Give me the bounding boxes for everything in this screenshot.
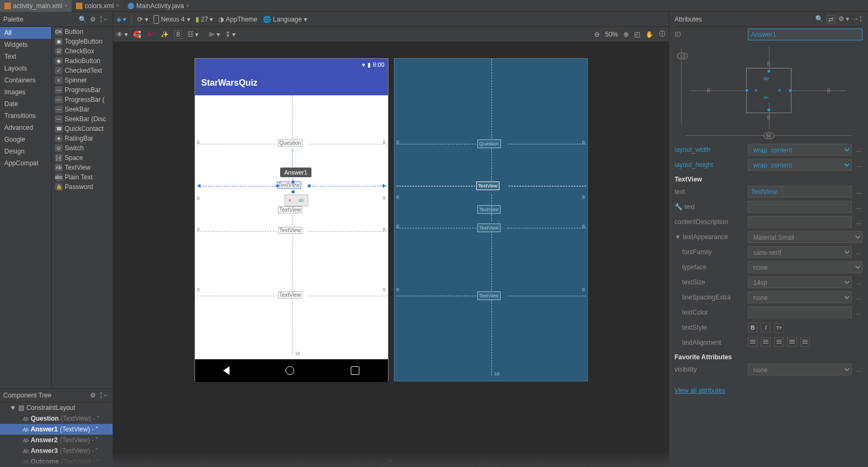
palette-category-layouts[interactable]: Layouts (0, 62, 51, 74)
palette-widget[interactable]: —SeekBar (52, 104, 113, 114)
bp-answer1[interactable]: TextView (476, 182, 500, 190)
palette-widget[interactable]: abcPlain Text (52, 172, 113, 182)
widget-outcome[interactable]: TextView (278, 291, 303, 298)
widget-question[interactable]: Question (278, 140, 303, 147)
attr-font-family[interactable]: sans-serif (748, 246, 852, 258)
palette-category-containers[interactable]: Containers (0, 74, 51, 86)
gear-icon[interactable]: ⚙ ▾ (838, 15, 849, 24)
attr-id-input[interactable] (748, 29, 863, 40)
palette-category-advanced[interactable]: Advanced (0, 122, 51, 134)
more-icon[interactable]: … (855, 309, 863, 316)
palette-widget[interactable]: ≡Spinner (52, 75, 113, 85)
palette-category-widgets[interactable]: Widgets (0, 39, 51, 51)
attr-visibility[interactable]: none (748, 364, 852, 375)
collapse-icon[interactable]: ╎← (99, 392, 109, 399)
zoom-out-icon[interactable]: ⊖ (594, 31, 600, 38)
align-icon[interactable]: ⊫ ▾ (209, 31, 219, 38)
tab-colors[interactable]: colors.xml × (72, 0, 123, 12)
bp-outcome[interactable]: TextView (477, 291, 501, 300)
orientation-toggle[interactable]: ⟳ ▾ (137, 16, 148, 23)
api-picker[interactable]: ▮27 ▾ (196, 16, 213, 23)
vbias-value[interactable]: 13 (677, 53, 688, 59)
palette-widget[interactable]: OKButton (52, 27, 113, 37)
more-icon[interactable]: … (855, 218, 863, 226)
collapse-icon[interactable]: ╎← (99, 16, 109, 23)
tree-root[interactable]: ▼ ▨ ConstraintLayout (0, 402, 113, 413)
attr-tool-text-input[interactable] (748, 201, 852, 213)
hbias-value[interactable]: 50 (763, 133, 774, 139)
palette-widget[interactable]: ◉RadioButton (52, 56, 113, 66)
attr-content-description[interactable] (748, 216, 852, 228)
constraint-top[interactable]: 8 (767, 60, 770, 67)
attr-layout-width[interactable]: wrap_content (748, 144, 852, 156)
constraint-bottom[interactable]: 8 (767, 114, 770, 121)
more-icon[interactable]: … (855, 203, 863, 211)
widget-answer1[interactable]: TextView (277, 182, 302, 189)
tab-activity-main[interactable]: activity_main.xml × (0, 0, 72, 12)
warnings-icon[interactable]: ⓘ (659, 30, 665, 39)
palette-category-text[interactable]: Text (0, 51, 51, 62)
more-icon[interactable]: … (855, 146, 863, 154)
gear-icon[interactable]: ⚙ (90, 392, 96, 399)
attr-line-spacing[interactable]: none (748, 291, 852, 303)
visibility-icon[interactable]: 👁 ▾ (116, 31, 128, 38)
attr-ta-label[interactable]: ▼ textAppearance (675, 233, 745, 241)
palette-category-transitions[interactable]: Transitions (0, 110, 51, 122)
more-icon[interactable]: … (855, 248, 863, 256)
attr-text-input[interactable] (748, 186, 852, 198)
attr-text-color[interactable] (748, 306, 852, 318)
design-surface[interactable]: ▾ ▮ 8:00 StarWarsQuiz 16 Question (195, 58, 388, 381)
clear-constraints-icon[interactable]: ✕⁺ (147, 31, 155, 38)
pack-icon[interactable]: ☷ ▾ (188, 31, 198, 38)
attr-typeface[interactable]: none (748, 261, 863, 273)
widget-answer2[interactable]: TextView (278, 206, 303, 213)
palette-widget[interactable]: —SeekBar (Disc (52, 114, 113, 124)
palette-widget[interactable]: ✓CheckedText (52, 66, 113, 75)
tree-item-question[interactable]: Ab Question (TextView) - " (0, 413, 113, 424)
palette-widget[interactable]: —ProgressBar ( (52, 95, 113, 104)
infer-constraints-icon[interactable]: ✨ (161, 31, 169, 38)
device-picker[interactable]: Nexus 4 ▾ (154, 15, 190, 24)
palette-category-all[interactable]: All (0, 27, 51, 39)
palette-widget[interactable]: ☎QuickContact (52, 124, 113, 134)
tab-main-activity[interactable]: MainActivity.java × (123, 0, 193, 12)
tree-item-answer3[interactable]: Ab Answer3 (TextView) - " (0, 445, 113, 456)
constraint-right[interactable]: 8 (827, 87, 830, 94)
tree-item-answer1[interactable]: Ab Answer1 (TextView) - " (0, 424, 113, 435)
view-all-attributes-link[interactable]: View all attributes (675, 387, 725, 394)
align-viewend-button[interactable] (800, 337, 810, 347)
attr-text-size[interactable]: 14sp (748, 276, 852, 288)
bold-button[interactable]: B (748, 323, 758, 332)
gear-icon[interactable]: ⚙ (90, 16, 96, 23)
more-icon[interactable]: … (855, 366, 863, 373)
close-icon[interactable]: × (116, 3, 119, 9)
default-margin[interactable]: 8 (174, 30, 182, 39)
attr-layout-height[interactable]: wrap_content (748, 159, 852, 171)
align-viewstart-button[interactable] (748, 337, 758, 347)
magnet-icon[interactable]: 🧲 (133, 31, 141, 38)
palette-category-date[interactable]: Date (0, 98, 51, 110)
palette-widget[interactable]: │┤Space (52, 153, 113, 163)
collapse-icon[interactable]: →╎ (852, 15, 863, 24)
resize-grip-icon[interactable]: ⤡ (388, 458, 393, 464)
more-icon[interactable]: … (855, 188, 863, 196)
bp-question[interactable]: Question (477, 140, 501, 148)
search-icon[interactable]: 🔍 (79, 16, 87, 23)
pan-icon[interactable]: ✋ (645, 31, 654, 38)
guideline-icon[interactable]: ↧ ▾ (225, 31, 235, 38)
bp-answer2[interactable]: TextView (477, 205, 501, 214)
more-icon[interactable]: … (855, 278, 863, 286)
swap-icon[interactable]: ⇄ (827, 15, 835, 24)
italic-button[interactable]: I (761, 323, 770, 332)
palette-widget[interactable]: 🔒Password (52, 182, 113, 192)
palette-category-images[interactable]: Images (0, 86, 51, 98)
design-canvas[interactable]: ▾ ▮ 8:00 StarWarsQuiz 16 Question (113, 42, 669, 467)
close-icon[interactable]: × (186, 3, 190, 9)
bp-answer3[interactable]: TextView (477, 224, 501, 232)
align-start-button[interactable] (761, 337, 770, 347)
zoom-fit-icon[interactable]: ◰ (634, 31, 640, 38)
design-surface-toggle[interactable]: ◈ ▾ (116, 16, 126, 23)
constraint-diagram[interactable]: 13 50 vvv ^^^ ››› ‹‹‹ 8 8 8 8 (675, 42, 863, 139)
constraint-drop-hint[interactable]: ×ab (284, 194, 308, 206)
more-icon[interactable]: … (855, 161, 863, 169)
